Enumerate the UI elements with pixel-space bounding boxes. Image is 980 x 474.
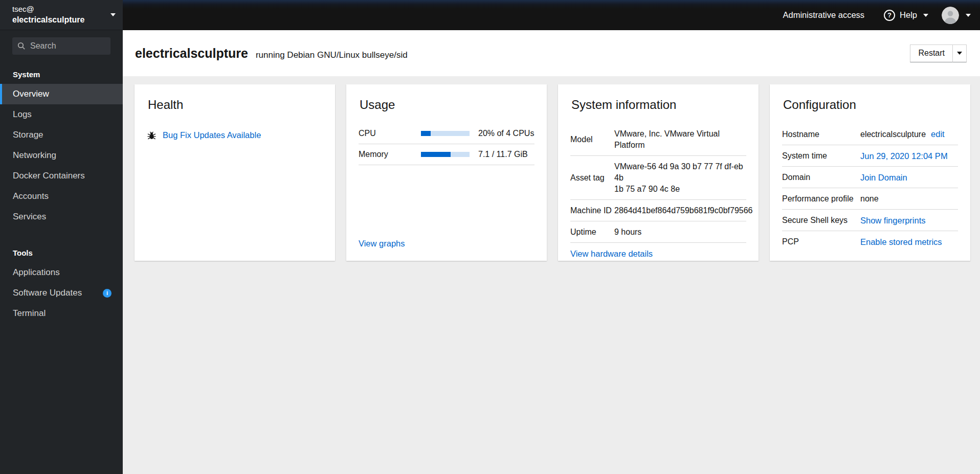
usage-card: Usage CPU 20% of 4 CPUs Memory 7.1 /: [346, 84, 547, 261]
caret-down-icon: [110, 13, 116, 16]
host-title-group: electricalsculpture running Debian GNU/L…: [135, 46, 408, 61]
health-item: Bug Fix Updates Available: [147, 130, 323, 140]
cpu-progress-bar: [421, 131, 470, 136]
machine-id-label: Machine ID: [570, 205, 614, 216]
sidebar-item-accounts[interactable]: Accounts: [0, 186, 123, 207]
card-grid: Health: [135, 84, 970, 261]
model-label: Model: [570, 134, 614, 145]
memory-label: Memory: [359, 150, 421, 159]
memory-usage-row: Memory 7.1 / 11.7 GiB: [359, 144, 534, 165]
sidebar-item-label: Networking: [13, 150, 56, 161]
caret-down-icon: [957, 52, 962, 55]
memory-progress-fill: [421, 152, 451, 157]
configuration-title: Configuration: [783, 98, 958, 112]
cpu-label: CPU: [359, 129, 421, 138]
model-row: Model VMware, Inc. VMware Virtual Platfo…: [570, 123, 746, 156]
sidebar-item-services[interactable]: Services: [0, 207, 123, 227]
secure-shell-keys-label: Secure Shell keys: [782, 215, 860, 226]
help-menu[interactable]: ? Help: [884, 10, 928, 21]
uptime-value: 9 hours: [614, 227, 746, 238]
sidebar-item-storage[interactable]: Storage: [0, 125, 123, 145]
pcp-row: PCP Enable stored metrics: [782, 231, 958, 252]
asset-tag-row: Asset tag VMware-56 4d 9a 30 b7 77 7f df…: [570, 156, 746, 200]
system-time-link[interactable]: Jun 29, 2020 12:04 PM: [860, 150, 958, 162]
health-card-title: Health: [148, 98, 323, 112]
system-information-card: System information Model VMware, Inc. VM…: [558, 84, 759, 261]
nav-section-system: System: [0, 58, 123, 84]
system-time-label: System time: [782, 150, 860, 162]
machine-id-value: 2864d41bef864d759b681f9c0bf79566: [614, 205, 753, 216]
memory-progress-bar: [421, 152, 470, 157]
bug-fix-updates-link[interactable]: Bug Fix Updates Available: [163, 130, 261, 140]
sidebar-item-label: Storage: [13, 130, 43, 140]
administrative-access-button[interactable]: Administrative access: [783, 10, 865, 20]
hostname-row: Hostname electricalsculpture edit: [782, 123, 958, 145]
masthead: Administrative access ? Help: [123, 0, 980, 30]
caret-down-icon: [966, 14, 971, 17]
host-switcher[interactable]: tsec@ electricalsculpture: [0, 0, 123, 30]
join-domain-link[interactable]: Join Domain: [860, 172, 958, 183]
usage-card-title: Usage: [360, 98, 534, 112]
nav-section-tools: Tools: [0, 227, 123, 262]
domain-label: Domain: [782, 172, 860, 183]
sidebar-item-label: Applications: [13, 267, 60, 278]
sidebar-item-label: Services: [13, 212, 46, 222]
performance-profile-value: none: [860, 193, 958, 205]
view-hardware-details-link[interactable]: View hardware details: [570, 249, 653, 258]
search-input[interactable]: [30, 41, 105, 51]
cpu-progress-fill: [421, 131, 431, 136]
sidebar-item-terminal[interactable]: Terminal: [0, 303, 123, 324]
sidebar-item-networking[interactable]: Networking: [0, 145, 123, 166]
sidebar: tsec@ electricalsculpture System Overvie…: [0, 0, 123, 474]
avatar-icon: [942, 7, 959, 24]
content-header: electricalsculpture running Debian GNU/L…: [123, 30, 980, 76]
sidebar-item-software-updates[interactable]: Software Updates i: [0, 283, 123, 303]
show-fingerprints-link[interactable]: Show fingerprints: [860, 215, 958, 226]
os-subtitle: running Debian GNU/Linux bullseye/sid: [256, 50, 408, 60]
sidebar-item-applications[interactable]: Applications: [0, 262, 123, 283]
sidebar-item-overview[interactable]: Overview: [0, 84, 123, 104]
search-icon: [17, 42, 26, 50]
cpu-usage-row: CPU 20% of 4 CPUs: [359, 123, 534, 144]
cockpit-app: tsec@ electricalsculpture System Overvie…: [0, 0, 980, 474]
cpu-usage-value: 20% of 4 CPUs: [478, 129, 534, 138]
bug-icon: [147, 130, 157, 140]
host-switcher-host: electricalsculpture: [12, 14, 110, 26]
machine-id-row: Machine ID 2864d41bef864d759b681f9c0bf79…: [570, 200, 746, 221]
sidebar-item-logs[interactable]: Logs: [0, 104, 123, 125]
sidebar-item-label: Logs: [13, 109, 32, 120]
restart-dropdown-toggle[interactable]: [952, 44, 967, 62]
edit-hostname-link[interactable]: edit: [931, 128, 945, 140]
uptime-row: Uptime 9 hours: [570, 221, 746, 243]
overview-content: Health: [123, 76, 980, 474]
hostname-value: electricalsculpture: [860, 129, 926, 140]
usage-card-footer: View graphs: [359, 233, 534, 249]
sidebar-item-label: Overview: [13, 89, 49, 99]
session-menu[interactable]: [942, 7, 971, 24]
health-card: Health: [135, 84, 335, 261]
host-switcher-user: tsec@: [12, 4, 110, 14]
help-label: Help: [900, 10, 917, 20]
enable-stored-metrics-link[interactable]: Enable stored metrics: [860, 236, 958, 247]
sidebar-item-docker-containers[interactable]: Docker Containers: [0, 166, 123, 186]
sidebar-item-label: Docker Containers: [13, 171, 85, 181]
page-title: electricalsculpture: [135, 46, 248, 61]
hostname-label: Hostname: [782, 129, 860, 140]
sidebar-search[interactable]: [12, 37, 110, 55]
restart-button[interactable]: Restart: [910, 44, 952, 62]
main-column: Administrative access ? Help elec: [123, 0, 980, 474]
configuration-card: Configuration Hostname electricalsculptu…: [770, 84, 970, 261]
model-value: VMware, Inc. VMware Virtual Platform: [614, 128, 746, 151]
system-time-row: System time Jun 29, 2020 12:04 PM: [782, 145, 958, 167]
pcp-label: PCP: [782, 236, 860, 247]
restart-split-button: Restart: [910, 44, 967, 62]
system-info-footer: View hardware details: [570, 243, 746, 259]
system-information-title: System information: [571, 98, 746, 112]
uptime-label: Uptime: [570, 227, 614, 238]
asset-tag-value: VMware-56 4d 9a 30 b7 77 7f df-eb 4b 1b …: [614, 161, 746, 195]
help-icon: ?: [884, 10, 895, 21]
view-graphs-link[interactable]: View graphs: [359, 239, 405, 248]
memory-usage-value: 7.1 / 11.7 GiB: [478, 150, 528, 159]
sidebar-item-label: Software Updates: [13, 288, 82, 298]
performance-profile-label: Performance profile: [782, 193, 860, 205]
